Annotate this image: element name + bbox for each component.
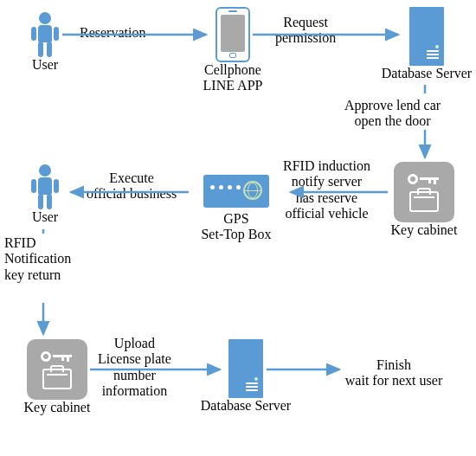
arrows-layer (0, 0, 476, 456)
flow-diagram: User Cellphone LINE APP Database Server … (0, 0, 476, 456)
